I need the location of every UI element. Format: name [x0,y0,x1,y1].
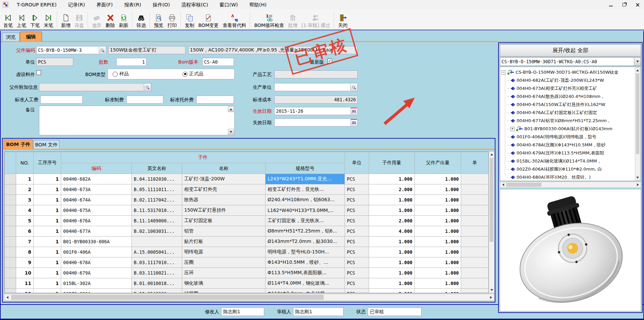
table-row[interactable]: 4 1 004H0-675A B.11.5317010... 150W工矿灯悬挂… [5,205,489,216]
cell-en[interactable]: B.03.1117010... [132,257,182,268]
next-record-button[interactable]: 下笔 [28,9,42,30]
cell-no[interactable]: 8 [16,247,34,257]
tab-browse[interactable]: 浏览 [2,33,19,41]
cell-seq[interactable]: 1 [34,174,61,184]
calendar-button[interactable]: 31 [351,108,357,114]
cell-code[interactable]: 004H0-675A [61,205,132,216]
cell-unit[interactable]: PCS [345,289,369,293]
menu-item[interactable]: 流程审核(C) [182,2,208,8]
cell-seq[interactable]: 1 [34,216,61,226]
cell-name[interactable]: 贴片灯板 [182,237,266,247]
cell-code[interactable]: 002Z0-606A [61,289,132,293]
cell-name[interactable]: 150W工矿灯悬挂件 [182,205,266,216]
scroll-left-button[interactable] [500,182,506,187]
cell-unit[interactable]: PCS [345,257,369,268]
cell-qty[interactable]: 1.000 [369,205,415,216]
cell-qty[interactable]: 2.000 [369,216,415,226]
cell-spec[interactable]: 相变工矿灯外壳，亚光铁... [266,184,345,195]
cell-unit[interactable]: PCS [345,195,369,205]
cell-name[interactable]: 工矿灯固定板 [182,216,266,226]
tree-node[interactable]: + 015BL-302A(钢化玻璃)(Ø114*T4.0MM， [500,157,641,165]
cell-unit[interactable]: PCS [345,174,369,184]
cell-seq[interactable]: 1 [34,247,61,257]
auditor-field[interactable]: 陈志刚1 [293,308,344,316]
std-cost-field[interactable]: 481.4326 [274,96,358,104]
expand-collapse-all-button[interactable]: 展开/收起 全部 [500,44,641,57]
collapse-box-icon[interactable]: − [501,70,506,75]
cell-extra[interactable] [461,237,489,247]
cell-extra[interactable] [461,289,489,293]
tree-node[interactable]: + 004H0-676A(工矿灯固定板)(工矿灯固定 [500,109,641,117]
cell-extra[interactable] [461,278,489,289]
cell-extra[interactable] [461,195,489,205]
cell-en[interactable]: A.15.0005041... [132,247,182,257]
cell-code[interactable]: 015BL-302A [61,278,132,289]
row-indicator[interactable] [5,268,16,278]
tree-node[interactable]: + 004H0-677A(铝管)(Ø8mm*H51*T2.25mm， [500,117,641,125]
cell-code[interactable]: 004H0-679A [61,268,132,278]
cell-out[interactable]: 1.000 [415,278,461,289]
tree-root-node[interactable]: − CS-BYB-O-150MW-30D71-WCTKG-A0(150W钛金 [500,68,641,76]
dropdown-button[interactable] [634,58,641,66]
cell-spec[interactable]: 明纬电源，型号HLG-150H... [266,247,345,257]
close-form-button[interactable]: 关闭 [336,9,350,30]
col-code[interactable]: 编码 [61,163,132,174]
col-spec[interactable]: 规格型号 [266,163,345,174]
table-row[interactable]: 5 1 004H0-676A B.11.1409000... 工矿灯固定板 工矿… [5,216,489,226]
cell-extra[interactable] [461,226,489,237]
row-indicator[interactable] [5,205,16,216]
copy-button[interactable]: 复制 [183,9,196,30]
scroll-thumb[interactable] [506,183,541,187]
bom-version-field[interactable]: CS-A0 [202,58,234,66]
col-out[interactable]: 父件产出量 [415,152,461,174]
restore-button[interactable] [620,1,629,8]
table-hscrollbar[interactable] [4,294,494,301]
cell-seq[interactable]: 1 [34,184,61,195]
row-indicator[interactable] [5,174,16,184]
cell-unit[interactable]: PCS [345,247,369,257]
cell-extra[interactable] [461,247,489,257]
close-button[interactable]: × [633,1,642,8]
scroll-thumb[interactable] [636,73,639,154]
col-unit[interactable]: 单位 [345,152,369,174]
cell-spec[interactable]: Ø240.4*H108mm，铝6063... [266,195,345,205]
cell-qty[interactable]: 1.000 [369,174,415,184]
cell-name[interactable]: 压圈 [182,257,266,268]
cell-seq[interactable]: 1 [34,226,61,237]
cell-out[interactable]: 1.000 [415,226,461,237]
cell-name[interactable]: 工矿灯-顶盖-200W [182,174,266,184]
print-button[interactable]: 打印 [165,9,179,30]
parent-name-field[interactable]: 150W钛金相变工矿灯 [108,46,186,54]
std-mfg-field[interactable] [126,96,163,104]
row-indicator[interactable] [5,247,16,257]
cell-no[interactable]: 11 [16,278,34,289]
col-no[interactable]: NO. [16,152,34,174]
col-en[interactable]: 英文名称 [132,163,182,174]
delete-button[interactable]: 删除 [104,9,117,30]
row-indicator[interactable] [5,257,16,268]
cell-out[interactable]: 1.000 [415,268,461,278]
cell-en[interactable]: B.11.1409000... [132,216,182,226]
tree-node[interactable]: + 001F0-406A(明纬电源)(明纬电源，型号 [500,133,641,141]
abandon-button[interactable]: 放弃 [90,9,104,30]
expand-box-icon[interactable]: + [510,127,515,131]
cell-out[interactable]: 1.000 [415,257,461,268]
scroll-thumb[interactable] [490,158,493,242]
cell-code[interactable]: 004H0-676A [61,216,132,226]
tab-bom-children[interactable]: BOM 子件 [3,139,33,149]
cell-no[interactable]: 3 [16,195,34,205]
cell-spec[interactable]: Φ113.5*H5MM,表面阳极... [266,268,345,278]
cell-unit[interactable]: PCS [345,226,369,237]
remark-textarea[interactable] [39,106,235,135]
cell-extra[interactable] [461,216,489,226]
exp-date-field[interactable]: 31 [274,118,358,127]
cell-name[interactable]: 散热器 [182,195,266,205]
cell-seq[interactable]: 1 [34,268,61,278]
tree-node[interactable]: + 004H0-675A(150W工矿灯悬挂件)(L162*W [500,101,641,109]
row-indicator[interactable] [5,289,16,293]
cell-unit[interactable]: PCS [345,205,369,216]
eff-date-field[interactable]: 2015-11-26 31 [274,107,358,115]
cell-extra[interactable] [461,257,489,268]
cell-no[interactable]: 6 [16,226,34,237]
tree-node[interactable]: + 004H0-682A(工矿灯-顶盖-200W)(L243*W [500,76,641,84]
